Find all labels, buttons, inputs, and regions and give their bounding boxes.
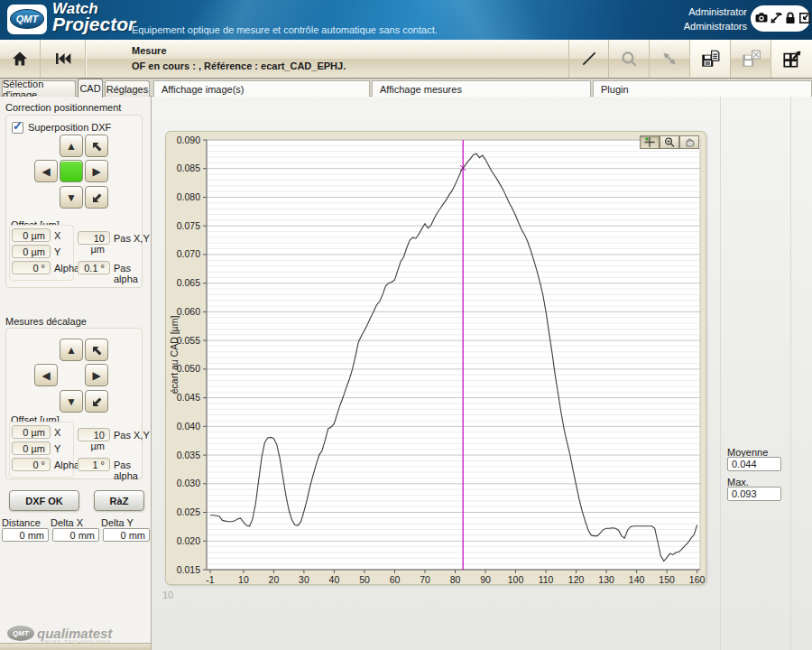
- svg-text:0.080: 0.080: [177, 191, 200, 202]
- decalage-offset-alpha-label: Alpha: [54, 460, 79, 470]
- correction-offset-y-label: Y: [54, 246, 60, 257]
- correction-down-button[interactable]: ▼: [60, 186, 83, 209]
- raz-button[interactable]: RàZ: [94, 490, 144, 511]
- hand-icon: [683, 136, 696, 148]
- fit-arrows-button[interactable]: [650, 40, 690, 78]
- svg-text:0.050: 0.050: [177, 363, 200, 374]
- delta-y-field: 0 mm: [103, 528, 150, 542]
- correction-section-title: Correction positionnement: [5, 102, 121, 113]
- correction-pas-alpha-label: Pas alpha: [114, 263, 151, 284]
- delta-y-label: Delta Y: [101, 517, 134, 528]
- measure-subtitle: OF en cours : , Référence : ecart_CAD_EP…: [132, 60, 346, 71]
- correction-rotate-cw-button[interactable]: [85, 186, 108, 209]
- app-subtitle: Equipement optique de mesure et contrôle…: [132, 24, 438, 35]
- dxf-ok-button[interactable]: DXF OK: [9, 490, 79, 511]
- tab-affichage-images[interactable]: Affichage image(s): [153, 80, 370, 97]
- correction-offset-x-label: X: [54, 230, 60, 241]
- tab-affichage-mesures[interactable]: Affichage mesures: [372, 80, 591, 97]
- correction-rotate-ccw-button[interactable]: [85, 135, 108, 157]
- lock-icon[interactable]: [783, 11, 798, 27]
- rewind-button[interactable]: [41, 40, 86, 78]
- decalage-left-button[interactable]: ◀: [34, 364, 58, 386]
- decalage-up-button[interactable]: ▲: [60, 339, 83, 361]
- correction-left-button[interactable]: ◀: [34, 160, 58, 182]
- svg-text:80: 80: [450, 574, 461, 585]
- svg-text:0.090: 0.090: [177, 135, 200, 145]
- correction-center-indicator[interactable]: [60, 160, 83, 182]
- svg-text:150: 150: [659, 574, 675, 585]
- camera-icon[interactable]: [754, 11, 769, 27]
- save-image-button[interactable]: [731, 40, 771, 78]
- tab-affichage-mesures-label: Affichage mesures: [380, 84, 462, 95]
- pan-tool-button[interactable]: [679, 135, 699, 149]
- svg-text:0.065: 0.065: [177, 277, 200, 288]
- left-arrow-icon: ◀: [42, 165, 50, 178]
- chart-svg[interactable]: 0.0150.0200.0250.0300.0350.0400.0450.050…: [166, 132, 707, 586]
- superposition-dxf-checkbox[interactable]: ✓: [12, 122, 23, 134]
- tab-selection-image[interactable]: Sélection d'image: [2, 80, 76, 97]
- measure-title: Mesure: [132, 45, 167, 56]
- tab-cad-label: CAD: [79, 83, 100, 94]
- zoom-tool-button[interactable]: [660, 135, 679, 149]
- decalage-pas-alpha-field[interactable]: 1 °: [78, 458, 110, 471]
- grid-export-icon: [781, 49, 803, 69]
- tab-reglages[interactable]: Réglages: [105, 80, 150, 97]
- crosshair-icon: [643, 136, 656, 148]
- svg-text:0.055: 0.055: [177, 335, 200, 346]
- header-banner: QMT Watch Projector Equipement optique d…: [0, 0, 812, 40]
- pane-divider-right: [790, 97, 791, 650]
- correction-pas-xy-label: Pas X,Y: [114, 233, 150, 244]
- cursor-tool-button[interactable]: [640, 135, 660, 149]
- qmt-footer-oval: QMT: [7, 626, 34, 641]
- down-arrow-icon: ▼: [66, 395, 77, 408]
- decalage-offset-alpha-field[interactable]: 0 °: [12, 458, 51, 471]
- svg-text:70: 70: [420, 574, 430, 585]
- up-arrow-icon: ▲: [66, 140, 77, 153]
- chart-panel: 0.0150.0200.0250.0300.0350.0400.0450.050…: [165, 131, 706, 585]
- decalage-pas-xy-field[interactable]: 10 µm: [78, 428, 110, 441]
- tab-plugin[interactable]: Plugin: [593, 80, 812, 97]
- tab-cad[interactable]: CAD: [78, 79, 103, 98]
- svg-text:-1: -1: [206, 574, 214, 585]
- decalage-right-button[interactable]: ▶: [85, 364, 108, 386]
- correction-up-button[interactable]: ▲: [60, 135, 83, 157]
- decalage-rotate-cw-button[interactable]: [85, 390, 108, 413]
- decalage-offset-y-field[interactable]: 0 µm: [12, 441, 51, 455]
- user-block: Administrator Administrators: [684, 5, 747, 33]
- decalage-down-button[interactable]: ▼: [60, 390, 83, 413]
- svg-text:50: 50: [359, 574, 370, 585]
- correction-right-button[interactable]: ▶: [85, 160, 108, 182]
- qmt-logo-oval: QMT: [10, 9, 44, 29]
- svg-text:140: 140: [629, 574, 645, 585]
- user-name: Administrator: [684, 5, 747, 19]
- save-report-button[interactable]: [690, 40, 731, 78]
- window-resize-icon[interactable]: [798, 11, 812, 27]
- diagonal-up-left-arrow-icon: [89, 343, 104, 358]
- tab-plugin-label: Plugin: [601, 84, 629, 95]
- home-icon: [10, 50, 30, 68]
- correction-pas-alpha-field[interactable]: 0.1 °: [78, 261, 110, 274]
- correction-offset-x-field[interactable]: 0 µm: [12, 228, 51, 242]
- home-button[interactable]: [0, 40, 41, 78]
- svg-text:0.045: 0.045: [177, 392, 200, 403]
- antenna-icon[interactable]: [769, 11, 783, 27]
- distance-field: 0 mm: [2, 528, 49, 542]
- sidebar-horizontal-scrollbar[interactable]: [0, 643, 151, 650]
- correction-offset-y-field[interactable]: 0 µm: [12, 245, 51, 258]
- diagonal-down-left-arrow-icon: [89, 190, 104, 205]
- zoom-search-button[interactable]: [609, 40, 650, 78]
- decalage-pas-xy-label: Pas X,Y: [114, 430, 150, 441]
- correction-pas-xy-field[interactable]: 10 µm: [78, 231, 110, 245]
- search-icon: [619, 49, 639, 69]
- line-tool-button[interactable]: [568, 40, 609, 78]
- svg-text:0.060: 0.060: [177, 306, 200, 317]
- decalage-offset-y-label: Y: [54, 443, 60, 454]
- plugin-content: 0.0150.0200.0250.0300.0350.0400.0450.050…: [152, 97, 812, 650]
- delta-x-field: 0 mm: [52, 528, 99, 542]
- correction-offset-alpha-field[interactable]: 0 °: [12, 261, 51, 274]
- line-tool-icon: [579, 49, 599, 69]
- decalage-offset-x-field[interactable]: 0 µm: [12, 425, 51, 439]
- decalage-rotate-ccw-button[interactable]: [85, 339, 108, 361]
- svg-text:0.085: 0.085: [177, 162, 200, 173]
- layout-button[interactable]: [771, 40, 812, 78]
